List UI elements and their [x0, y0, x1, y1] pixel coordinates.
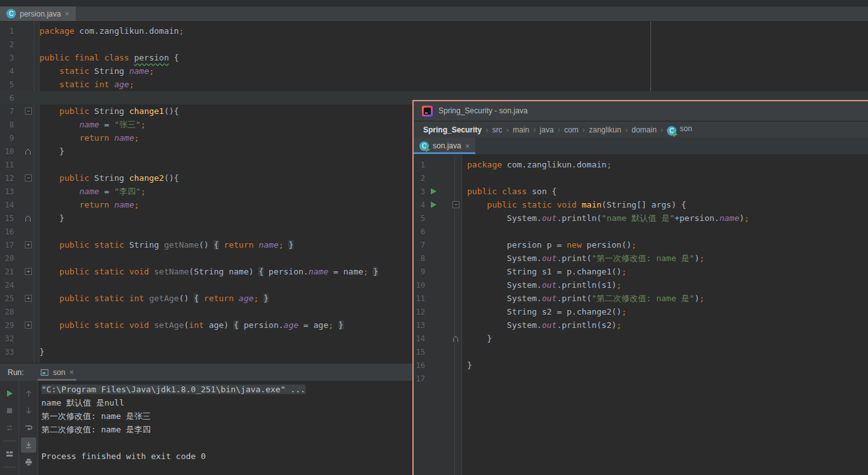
son-java-editor[interactable]: 1package com.zanglikun.domain;23public c…	[414, 155, 868, 475]
line-number[interactable]: 6	[0, 94, 18, 103]
line-number[interactable]: 14	[0, 201, 18, 209]
next-occurrence-button[interactable]	[21, 403, 36, 418]
code-line[interactable]: 3public class son {	[414, 185, 868, 198]
line-number[interactable]: 20	[0, 254, 18, 263]
line-number[interactable]: 28	[0, 308, 18, 316]
line-number[interactable]: 25	[0, 294, 18, 303]
line-number[interactable]: 7	[414, 241, 426, 250]
line-number[interactable]: 7	[0, 107, 18, 116]
code-line[interactable]: 9 String s1 = p.change1();	[414, 265, 868, 278]
code-line[interactable]: 7 persion p = new persion();	[414, 238, 868, 252]
line-number[interactable]: 8	[0, 120, 18, 129]
code-line[interactable]: 1package com.zanglikun.domain;	[414, 158, 868, 171]
line-number[interactable]: 13	[0, 187, 18, 196]
line-number[interactable]: 15	[414, 348, 426, 357]
close-icon[interactable]: ×	[69, 368, 74, 376]
breadcrumb-item-main[interactable]: main	[513, 125, 529, 134]
code-line[interactable]: 8 System.out.print("第一次修改值: name 是");	[414, 252, 868, 265]
breadcrumb-item-com[interactable]: com	[564, 125, 578, 134]
fold-collapse-icon[interactable]: −	[25, 174, 32, 181]
code-line[interactable]: 13 System.out.println(s2);	[414, 318, 868, 332]
line-number[interactable]: 11	[0, 160, 18, 169]
close-icon[interactable]: ×	[65, 10, 70, 18]
stop-button[interactable]	[2, 403, 17, 418]
line-number[interactable]: 29	[0, 321, 18, 330]
fold-end-icon[interactable]	[452, 335, 459, 343]
breadcrumb-item-domain[interactable]: domain	[632, 125, 657, 134]
print-button[interactable]	[21, 455, 36, 470]
rerun-failed-button[interactable]	[2, 420, 17, 436]
line-number[interactable]: 4	[414, 201, 426, 209]
line-number[interactable]: 2	[414, 174, 426, 183]
code-line[interactable]: 12 String s2 = p.change2();	[414, 305, 868, 318]
line-number[interactable]: 13	[414, 321, 426, 330]
tab-persion-java[interactable]: C persion.java ×	[0, 6, 76, 21]
breadcrumb-item-spring_security[interactable]: Spring_Security	[423, 125, 482, 134]
line-number[interactable]: 3	[414, 187, 426, 196]
code-line[interactable]: 5 static int age;	[0, 78, 868, 91]
fold-collapse-icon[interactable]: −	[25, 108, 32, 115]
breadcrumb-item-son[interactable]: Cson	[667, 124, 692, 136]
code-line[interactable]: 14 }	[414, 332, 868, 345]
line-number[interactable]: 1	[414, 160, 426, 169]
fold-collapse-icon[interactable]: −	[452, 201, 459, 208]
pin-tab-button[interactable]	[2, 472, 17, 475]
line-number[interactable]: 32	[0, 334, 18, 343]
line-number[interactable]: 9	[414, 267, 426, 276]
code-line[interactable]: 6	[414, 225, 868, 238]
code-line[interactable]: 15	[414, 345, 868, 358]
fold-expand-icon[interactable]: +	[25, 241, 32, 248]
line-number[interactable]: 5	[0, 80, 18, 89]
fold-end-icon[interactable]	[24, 215, 32, 222]
code-line[interactable]: 3public final class persion {	[0, 51, 868, 64]
breadcrumb-item-java[interactable]: java	[540, 125, 554, 134]
line-number[interactable]: 11	[414, 294, 426, 303]
line-number[interactable]: 10	[414, 281, 426, 290]
line-number[interactable]: 17	[414, 374, 426, 383]
window-title-bar[interactable]: Spring_Security - son.java	[414, 101, 868, 121]
code-line[interactable]: 5 System.out.println("name 默认值 是"+persio…	[414, 211, 868, 225]
line-number[interactable]: 24	[0, 281, 18, 290]
line-number[interactable]: 10	[0, 147, 18, 156]
line-number[interactable]: 17	[0, 241, 18, 250]
tab-son-java[interactable]: C son.java ×	[414, 138, 475, 154]
code-line[interactable]: 16}	[414, 358, 868, 372]
line-number[interactable]: 16	[414, 361, 426, 370]
line-number[interactable]: 21	[0, 267, 18, 276]
scroll-to-end-button[interactable]	[21, 437, 36, 453]
rerun-button[interactable]	[2, 386, 17, 401]
line-number[interactable]: 14	[414, 334, 426, 343]
close-icon[interactable]: ×	[465, 142, 470, 150]
line-number[interactable]: 5	[414, 214, 426, 223]
code-line[interactable]: 10 System.out.println(s1);	[414, 278, 868, 292]
line-number[interactable]: 12	[414, 308, 426, 316]
run-line-icon[interactable]	[426, 201, 440, 208]
line-number[interactable]: 8	[414, 254, 426, 263]
line-number[interactable]: 9	[0, 134, 18, 143]
line-number[interactable]: 16	[0, 227, 18, 236]
code-line[interactable]: 4 static String name;	[0, 64, 868, 78]
line-number[interactable]: 6	[414, 227, 426, 236]
code-line[interactable]: 11 System.out.print("第二次修改值: name 是");	[414, 292, 868, 305]
run-tab-son[interactable]: son ×	[35, 364, 79, 381]
code-line[interactable]: 4− public static void main(String[] args…	[414, 198, 868, 211]
breadcrumb-item-zanglikun[interactable]: zanglikun	[589, 125, 621, 134]
code-line[interactable]: 2	[0, 38, 868, 51]
line-number[interactable]: 33	[0, 348, 18, 357]
fold-expand-icon[interactable]: +	[25, 295, 32, 302]
line-number[interactable]: 3	[0, 53, 18, 62]
prev-occurrence-button[interactable]	[21, 386, 36, 401]
fold-expand-icon[interactable]: +	[25, 322, 32, 329]
code-line[interactable]: 2	[414, 171, 868, 185]
line-number[interactable]: 15	[0, 214, 18, 223]
restore-layout-button[interactable]	[2, 446, 17, 462]
run-line-icon[interactable]	[426, 188, 440, 195]
breadcrumb-item-src[interactable]: src	[492, 125, 502, 134]
line-number[interactable]: 2	[0, 40, 18, 49]
code-line[interactable]: 17	[414, 372, 868, 385]
fold-expand-icon[interactable]: +	[25, 268, 32, 275]
line-number[interactable]: 4	[0, 67, 18, 76]
line-number[interactable]: 1	[0, 27, 18, 36]
code-line[interactable]: 1package com.zanglikun.domain;	[0, 24, 868, 38]
clear-all-button[interactable]	[21, 472, 36, 475]
